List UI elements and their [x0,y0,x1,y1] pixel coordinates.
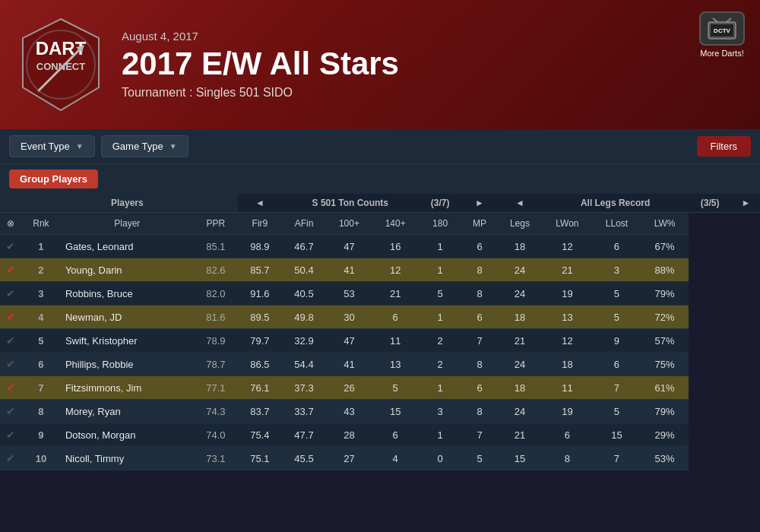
check-cell[interactable]: ✔ [0,353,21,376]
rank-cell: 2 [21,258,61,282]
col-rank: Rnk [21,213,61,235]
legs-cell-0: 6 [462,376,498,400]
ton-cell-4: 1 [419,258,462,282]
players-col-header: Players [61,194,194,213]
page-header: DART CONNECT August 4, 2017 2017 E/W All… [0,0,760,129]
ton-cell-3: 12 [372,258,419,282]
legs-cell-4: 79% [641,282,689,306]
legs-cell-2: 21 [543,258,593,282]
ppr-cell: 85.1 [194,235,238,258]
filters-button[interactable]: Filters [697,136,751,157]
table-container: Players ◄ S 501 Ton Counts (3/7) ► ◄ All… [0,194,760,532]
check-cell[interactable]: ✔ [0,235,21,258]
legs-cell-0: 7 [462,329,498,353]
legs-cell-2: 19 [543,282,593,306]
check-cell[interactable]: ✔ [0,329,21,353]
legs-cell-0: 6 [462,306,498,329]
group-players-button[interactable]: Group Players [9,169,98,188]
player-name-cell: Robbins, Bruce [61,282,194,306]
ton-cell-1: 45.5 [282,447,326,470]
check-cell[interactable]: ✔ [0,306,21,329]
legs-cell-4: 67% [641,235,689,258]
legs-cell-0: 6 [462,235,498,258]
table-row: ✔ 8 Morey, Ryan 74.3 83.733.743153 82419… [0,400,760,423]
ppr-cell: 77.1 [194,376,238,400]
legs-cell-2: 8 [543,447,593,470]
ton-cell-0: 76.1 [238,376,282,400]
game-type-dropdown[interactable]: Game Type ▼ [101,135,188,157]
player-name-cell: Fitzsimmons, Jim [61,376,194,400]
legs-cell-4: 79% [641,400,689,423]
check-cell[interactable]: ✔ [0,376,21,400]
legs-cell-1: 24 [497,353,542,376]
dctv-icon: DCTV [699,11,745,46]
player-name-cell: Morey, Ryan [61,400,194,423]
ton-cell-1: 33.7 [282,400,326,423]
rank-col-header [21,194,61,213]
legs-cell-4: 61% [641,376,689,400]
check-cell[interactable]: ✔ [0,400,21,423]
check-cell[interactable]: ✔ [0,423,21,447]
legs-next-arrow[interactable]: ► [732,194,760,213]
ton-cell-4: 2 [419,353,462,376]
legs-nav-count: (3/5) [689,194,732,213]
legs-cell-3: 6 [592,235,641,258]
ton-prev-arrow[interactable]: ◄ [238,194,282,213]
legs-cell-2: 12 [543,329,593,353]
table-row: ✔ 10 Nicoll, Timmy 73.1 75.145.52740 515… [0,447,760,470]
ppr-cell: 74.0 [194,423,238,447]
rank-cell: 7 [21,376,61,400]
toolbar: Event Type ▼ Game Type ▼ Filters [0,129,760,163]
check-cell[interactable]: ✔ [0,258,21,282]
legs-cell-2: 11 [543,376,593,400]
player-name-cell: Nicoll, Timmy [61,447,194,470]
header-subtitle: Tournament : Singles 501 SIDO [122,86,745,100]
legs-cell-1: 24 [497,282,542,306]
legs-cell-1: 21 [497,329,542,353]
ton-cell-0: 89.5 [238,306,282,329]
ppr-cell: 78.9 [194,329,238,353]
ton-cell-2: 30 [326,306,372,329]
rank-cell: 8 [21,400,61,423]
legs-cell-4: 75% [641,353,689,376]
col-fir9: Fir9 [238,213,282,235]
col-lwon: LWon [543,213,593,235]
rank-cell: 4 [21,306,61,329]
ton-cell-3: 6 [372,306,419,329]
ton-next-arrow[interactable]: ► [462,194,498,213]
rank-cell: 5 [21,329,61,353]
ton-cell-2: 41 [326,353,372,376]
ton-cell-1: 54.4 [282,353,326,376]
legs-cell-4: 88% [641,258,689,282]
ton-cell-1: 40.5 [282,282,326,306]
check-cell[interactable]: ✔ [0,447,21,470]
ton-cell-4: 2 [419,329,462,353]
ton-cell-4: 1 [419,423,462,447]
ton-cell-0: 86.5 [238,353,282,376]
dctv-badge[interactable]: DCTV More Darts! [699,11,745,58]
ppr-cell: 81.6 [194,306,238,329]
legs-cell-4: 53% [641,447,689,470]
ton-cell-0: 75.1 [238,447,282,470]
legs-prev-arrow[interactable]: ◄ [497,194,542,213]
check-cell[interactable]: ✔ [0,282,21,306]
ton-cell-4: 3 [419,400,462,423]
ton-cell-3: 6 [372,423,419,447]
section-header-row: Players ◄ S 501 Ton Counts (3/7) ► ◄ All… [0,194,760,213]
logo-area: DART CONNECT [15,15,106,114]
legs-cell-0: 8 [462,400,498,423]
ton-cell-3: 5 [372,376,419,400]
ton-cell-3: 15 [372,400,419,423]
ton-cell-3: 13 [372,353,419,376]
event-type-dropdown[interactable]: Event Type ▼ [9,135,95,157]
ton-cell-2: 27 [326,447,372,470]
table-row: ✔ 4 Newman, JD 81.6 89.549.83061 6181357… [0,306,760,329]
legs-cell-3: 7 [592,376,641,400]
ton-cell-0: 98.9 [238,235,282,258]
ton-cell-1: 32.9 [282,329,326,353]
rank-cell: 9 [21,423,61,447]
svg-text:CONNECT: CONNECT [36,61,85,72]
legs-cell-1: 24 [497,400,542,423]
legs-cell-0: 5 [462,447,498,470]
legs-cell-1: 18 [497,235,542,258]
